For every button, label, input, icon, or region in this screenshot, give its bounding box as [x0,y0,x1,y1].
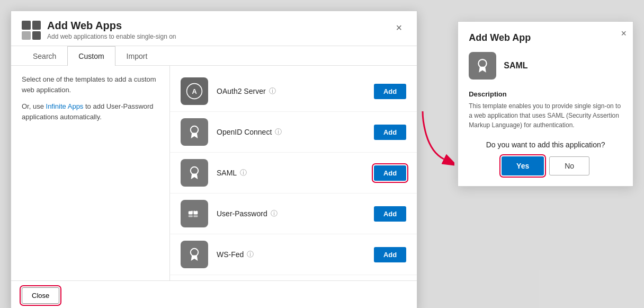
app-thumb-saml [181,159,208,187]
medal-icon-openid [186,124,203,140]
svg-marker-12 [191,256,198,261]
app-name-oauth2: OAuth2 Server ⓘ [217,86,365,96]
right-panel-app-thumb [469,52,496,80]
medal-icon-wsfed [186,246,203,263]
grid-sq-2 [32,21,41,30]
dialog-body: Select one of the templates to add a cus… [11,66,417,280]
main-dialog: Add Web Apps Add web applications to ena… [11,11,417,308]
dialog-footer: Close [11,280,417,308]
app-name-userpass: User-Password ⓘ [217,209,365,218]
dialog-close-button[interactable]: × [392,20,407,36]
svg-rect-8 [189,215,193,217]
svg-rect-9 [193,215,198,217]
svg-text:A: A [192,87,196,95]
info-icon-oauth2[interactable]: ⓘ [269,86,276,96]
dialog-header-left: Add Web Apps Add web applications to ena… [22,20,176,40]
add-button-wsfed[interactable]: Add [374,247,406,262]
svg-text:***: *** [191,209,198,216]
info-icon-openid[interactable]: ⓘ [275,127,282,137]
right-panel-close-button[interactable]: × [621,28,627,39]
info-icon-wsfed[interactable]: ⓘ [247,250,254,259]
svg-marker-15 [479,67,486,73]
confirm-question: Do you want to add this application? [469,140,622,149]
svg-point-4 [191,167,198,174]
add-button-oauth2[interactable]: Add [374,84,406,99]
close-dialog-button[interactable]: Close [22,287,59,304]
medal-icon-saml [186,164,203,181]
left-panel-description1: Select one of the templates to add a cus… [22,74,159,95]
list-item: A OAuth2 Server ⓘ Add [170,71,417,112]
left-panel: Select one of the templates to add a cus… [11,66,170,280]
tab-search[interactable]: Search [22,46,67,66]
list-item: SAML ⓘ Add [170,153,417,193]
right-panel-app-name: SAML [504,61,527,71]
add-button-saml[interactable]: Add [374,165,406,181]
arrow-container [417,148,449,254]
confirm-buttons: Yes No [469,156,622,175]
add-button-userpass[interactable]: Add [374,206,406,222]
right-panel-description: Description This template enables you to… [469,90,622,130]
app-thumb-openid [181,118,208,146]
grid-sq-4 [32,31,41,40]
modal-overlay: Add Web Apps Add web applications to ena… [0,0,644,308]
infinite-apps-link[interactable]: Infinite Apps [46,102,84,110]
info-icon-userpass[interactable]: ⓘ [271,209,278,218]
app-name-openid: OpenID Connect ⓘ [217,127,365,137]
oauth-icon: A [186,83,203,100]
app-thumb-oauth2: A [181,77,208,105]
grid-sq-1 [22,21,31,30]
saml-icon-right [473,57,491,75]
right-panel-title: Add Web App [469,32,622,43]
app-name-saml: SAML ⓘ [217,168,365,178]
app-thumb-wsfed [181,241,208,268]
list-item: *** User-Password ⓘ Add [170,193,417,234]
right-panel: × Add Web App SAML Description This temp… [458,21,633,187]
description-heading: Description [469,90,622,98]
list-item: WS-Fed ⓘ Add [170,234,417,275]
svg-marker-5 [191,174,198,179]
dialog-title-group: Add Web Apps Add web applications to ena… [47,20,176,40]
dialog-title: Add Web Apps [47,20,176,32]
app-name-wsfed: WS-Fed ⓘ [217,250,365,259]
grid-sq-3 [22,31,31,40]
svg-point-2 [191,126,198,134]
info-icon-saml[interactable]: ⓘ [240,168,247,178]
tab-bar: Search Custom Import [11,46,417,66]
svg-point-14 [479,59,487,67]
tab-import[interactable]: Import [115,46,159,66]
no-button[interactable]: No [549,156,589,175]
userpass-icon: *** [186,205,203,222]
description-text: This template enables you to provide sin… [469,101,622,130]
svg-point-11 [191,249,198,256]
list-item: OpenID Connect ⓘ Add [170,112,417,153]
dialog-subtitle: Add web applications to enable single-si… [47,33,176,40]
dialog-header: Add Web Apps Add web applications to ena… [11,11,417,46]
add-button-openid[interactable]: Add [374,125,406,140]
right-panel-app-info: SAML [469,52,622,80]
app-grid-icon [22,21,41,40]
app-list: A OAuth2 Server ⓘ Add [170,66,417,280]
svg-marker-3 [191,133,198,138]
app-thumb-userpass: *** [181,200,208,227]
tab-custom[interactable]: Custom [67,46,115,66]
yes-button[interactable]: Yes [502,156,544,175]
red-arrow-icon [412,106,454,170]
left-panel-description2: Or, use Infinite Apps to add User-Passwo… [22,101,159,122]
